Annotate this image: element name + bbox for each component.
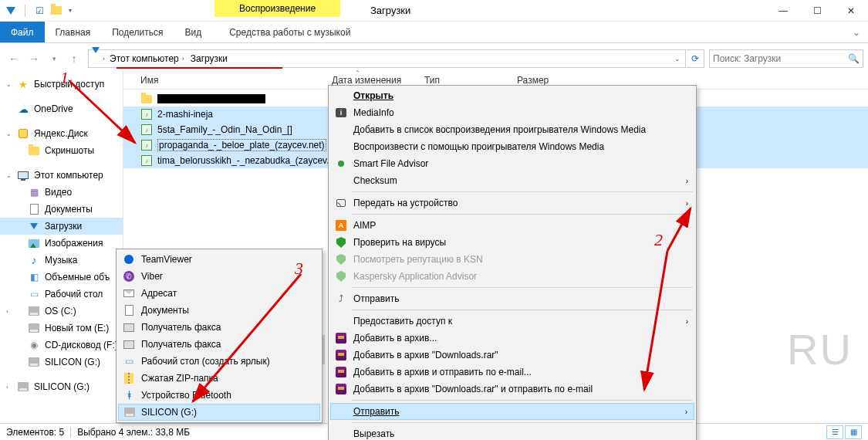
ctx-mediainfo[interactable]: iMediaInfo [330,104,694,121]
sidebar-pictures[interactable]: Изображения [0,235,123,252]
ctx-send[interactable]: ⤴Отправить [330,290,694,307]
sendto-fax-2[interactable]: Получатель факса [118,336,320,353]
mail-icon [123,287,135,300]
quick-access-toolbar: ☑ ▾ [0,5,72,17]
ribbon-collapse-icon[interactable]: ⌄ [845,22,868,42]
sendto-mail-recipient[interactable]: Адресат [118,285,320,302]
up-button[interactable]: ↑ [65,49,83,68]
send-to-submenu[interactable]: TeamViewer ✆Viber Адресат Документы Полу… [116,249,323,423]
sidebar-silicon-g-2[interactable]: ›SILICON (G:) [0,378,123,395]
refresh-button[interactable]: ⟳ [685,50,704,67]
maximize-button[interactable]: ☐ [800,0,834,22]
search-input[interactable] [713,53,848,64]
ctx-cut[interactable]: Вырезать [330,425,694,440]
ctx-send-to[interactable]: Отправить› [330,403,694,420]
minimize-button[interactable]: — [766,0,800,22]
breadcrumb-downloads[interactable]: Загрузки [187,50,231,67]
sendto-bluetooth[interactable]: ᚼУстройство Bluetooth [118,387,320,404]
sidebar-new-volume-e[interactable]: Новый том (E:) [0,320,123,337]
column-name[interactable]: Имя [123,75,324,86]
ctx-cast-to-device[interactable]: Передать на устройство› [330,195,694,212]
sidebar-silicon-g[interactable]: SILICON (G:) [0,354,123,371]
context-menu[interactable]: Открыть iMediaInfo Добавить в список вос… [328,85,697,440]
disk-icon [28,305,40,317]
winrar-icon [335,366,347,378]
tab-music-tools[interactable]: Средства работы с музыкой [218,22,361,42]
breadcrumb-this-pc[interactable]: Этот компьютер› [106,50,187,67]
column-type[interactable]: Тип [417,75,509,86]
ctx-rar-email-downloads[interactable]: Добавить в архив "Downloads.rar" и отпра… [330,381,694,398]
sidebar-video[interactable]: ▦Видео [0,184,123,201]
column-size[interactable]: Размер [509,75,571,86]
star-icon: ★ [17,78,29,90]
sendto-desktop-shortcut[interactable]: ▭Рабочий стол (создать ярлык) [118,353,320,370]
address-dropdown-icon[interactable]: ⌄ [670,55,685,63]
forward-button[interactable]: → [25,49,43,68]
tab-share[interactable]: Поделиться [101,22,174,42]
ctx-rar-add-downloads[interactable]: Добавить в архив "Downloads.rar" [330,347,694,364]
separator [352,422,693,423]
ctx-rar-email[interactable]: Добавить в архив и отправить по e-mail..… [330,364,694,381]
view-thumbnails-button[interactable]: ▦ [845,425,862,439]
3d-icon: ◧ [28,271,40,283]
wma-icon: ♪ [140,154,153,167]
sfa-icon [335,157,347,170]
breadcrumb-root-icon[interactable]: › [103,55,105,63]
tab-file[interactable]: Файл [0,22,45,42]
search-box[interactable]: 🔍 [709,49,863,68]
separator [352,214,693,215]
ctx-ksn-reputation: Посмотреть репутацию в KSN [330,251,694,268]
submenu-arrow-icon: › [686,222,688,230]
ctx-smart-file-advisor[interactable]: Smart File Advisor [330,155,694,172]
sidebar-screenshots[interactable]: Скриншоты [0,142,123,159]
ctx-open[interactable]: Открыть [330,87,694,104]
address-bar[interactable]: › Этот компьютер› Загрузки ⌄ ⟳ [88,49,704,68]
sidebar-cd-drive-f[interactable]: ◉CD-дисковод (F:) [0,337,123,354]
back-button[interactable]: ← [5,49,23,68]
ctx-rar-add[interactable]: Добавить в архив... [330,330,694,347]
sendto-viber[interactable]: ✆Viber [118,268,320,285]
tab-view[interactable]: Вид [174,22,212,42]
search-icon[interactable]: 🔍 [848,53,860,64]
ctx-give-access[interactable]: Предоставить доступ к› [330,313,694,330]
close-button[interactable]: ✕ [834,0,868,22]
contextual-tab-label: Воспроизведение [214,0,340,17]
usb-disk-icon [17,381,29,393]
sidebar-yandex-disk[interactable]: ⌄Яндекс.Диск [0,125,123,142]
sidebar-music[interactable]: ♪Музыка [0,252,123,269]
qat-dropdown-icon[interactable]: ▾ [69,7,72,14]
sidebar-this-pc[interactable]: ⌄Этот компьютер [0,167,123,184]
sendto-zip[interactable]: Сжатая ZIP-папка [118,370,320,387]
column-date[interactable]: Дата изменения [324,75,417,86]
ctx-checksum[interactable]: Checksum› [330,172,694,189]
share-icon: ⤴ [335,293,347,305]
tab-home[interactable]: Главная [45,22,102,42]
navigation-pane[interactable]: ⌄★Быстрый доступ ☁OneDrive ⌄Яндекс.Диск … [0,71,123,423]
desktop-icon: ▭ [28,288,40,300]
properties-icon[interactable]: ☑ [33,5,46,17]
teamviewer-icon [123,253,135,266]
window-title: Загрузки [370,5,410,16]
ribbon-tabs: Файл Главная Поделиться Вид Средства раб… [0,22,868,43]
ctx-play-wmp[interactable]: Воспроизвести с помощью проигрывателя Wi… [330,138,694,155]
history-dropdown-icon[interactable]: ▾ [45,49,63,68]
sidebar-desktop[interactable]: ▭Рабочий стол [0,286,123,303]
documents-icon [28,203,40,215]
ctx-add-wmp-list[interactable]: Добавить в список воспроизведения проигр… [330,121,694,138]
ctx-scan-virus[interactable]: Проверить на вирусы [330,234,694,251]
sidebar-3d-objects[interactable]: ◧Объемные объ [0,269,123,286]
sidebar-onedrive[interactable]: ☁OneDrive [0,100,123,117]
sendto-teamviewer[interactable]: TeamViewer [118,251,320,268]
sidebar-quick-access[interactable]: ⌄★Быстрый доступ [0,76,123,93]
sidebar-downloads[interactable]: Загрузки [0,218,123,235]
submenu-arrow-icon: › [686,199,688,208]
sidebar-documents[interactable]: Документы [0,201,123,218]
view-details-button[interactable]: ☰ [826,425,843,439]
sendto-fax-1[interactable]: Получатель факса [118,319,320,336]
sendto-documents[interactable]: Документы [118,302,320,319]
sidebar-os-c[interactable]: ›OS (C:) [0,303,123,320]
new-folder-icon[interactable] [50,5,62,17]
navigation-bar: ← → ▾ ↑ › Этот компьютер› Загрузки ⌄ ⟳ 🔍 [0,46,868,71]
sendto-silicon-g[interactable]: SILICON (G:) [118,404,320,421]
ctx-aimp[interactable]: AAIMP› [330,217,694,234]
